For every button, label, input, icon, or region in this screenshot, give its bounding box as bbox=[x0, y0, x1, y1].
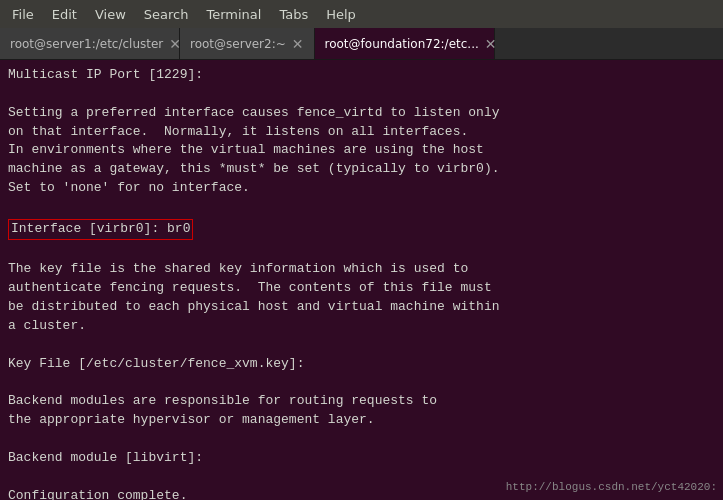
menu-search[interactable]: Search bbox=[136, 5, 197, 24]
tab-close-3[interactable]: ✕ bbox=[485, 37, 497, 51]
tab-label-3: root@foundation72:/etc... bbox=[325, 37, 479, 51]
menu-edit[interactable]: Edit bbox=[44, 5, 85, 24]
tab-label-2: root@server2:~ bbox=[190, 37, 286, 51]
line-multicast-port: Multicast IP Port [1229]: bbox=[8, 67, 203, 82]
menu-view[interactable]: View bbox=[87, 5, 134, 24]
line-backend-module: Backend module [libvirt]: bbox=[8, 450, 203, 465]
line-key-file-desc: The key file is the shared key informati… bbox=[8, 261, 499, 333]
menu-file[interactable]: File bbox=[4, 5, 42, 24]
terminal-content[interactable]: Multicast IP Port [1229]: Setting a pref… bbox=[0, 60, 723, 500]
tab-server1[interactable]: root@server1:/etc/cluster ✕ bbox=[0, 28, 180, 59]
tab-foundation72[interactable]: root@foundation72:/etc... ✕ bbox=[315, 28, 495, 59]
line-setting-preferred: Setting a preferred interface causes fen… bbox=[8, 105, 499, 195]
line-config-complete: Configuration complete. bbox=[8, 488, 187, 500]
menu-help[interactable]: Help bbox=[318, 5, 364, 24]
tabbar: root@server1:/etc/cluster ✕ root@server2… bbox=[0, 28, 723, 60]
tab-close-2[interactable]: ✕ bbox=[292, 37, 304, 51]
menu-tabs[interactable]: Tabs bbox=[271, 5, 316, 24]
tab-server2[interactable]: root@server2:~ ✕ bbox=[180, 28, 315, 59]
line-interface-input: Interface [virbr0]: br0 bbox=[8, 219, 193, 240]
menubar: File Edit View Search Terminal Tabs Help bbox=[0, 0, 723, 28]
terminal-output: Multicast IP Port [1229]: Setting a pref… bbox=[8, 66, 715, 500]
tab-label-1: root@server1:/etc/cluster bbox=[10, 37, 163, 51]
menu-terminal[interactable]: Terminal bbox=[198, 5, 269, 24]
line-key-file-path: Key File [/etc/cluster/fence_xvm.key]: bbox=[8, 356, 304, 371]
line-backend-desc: Backend modules are responsible for rout… bbox=[8, 393, 437, 427]
status-bar-url: http://blogus.csdn.net/yct42020: bbox=[506, 480, 717, 496]
